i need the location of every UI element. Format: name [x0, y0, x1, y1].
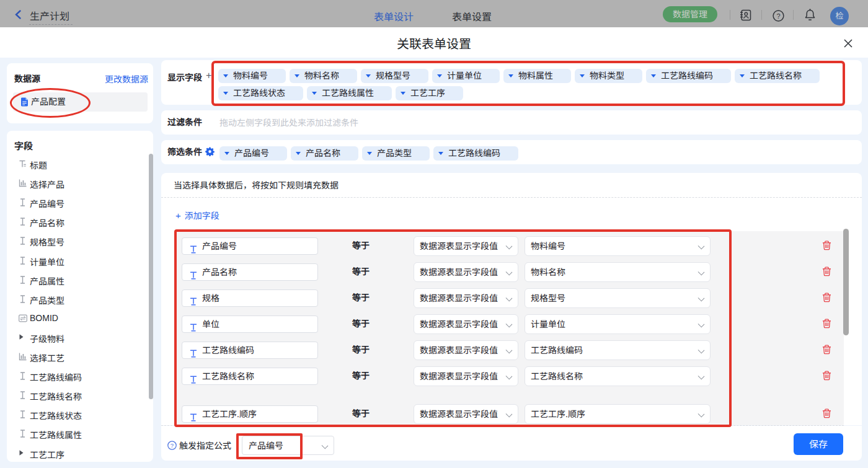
svg-text:?: ?: [776, 12, 780, 20]
svg-text:?: ?: [170, 442, 174, 449]
